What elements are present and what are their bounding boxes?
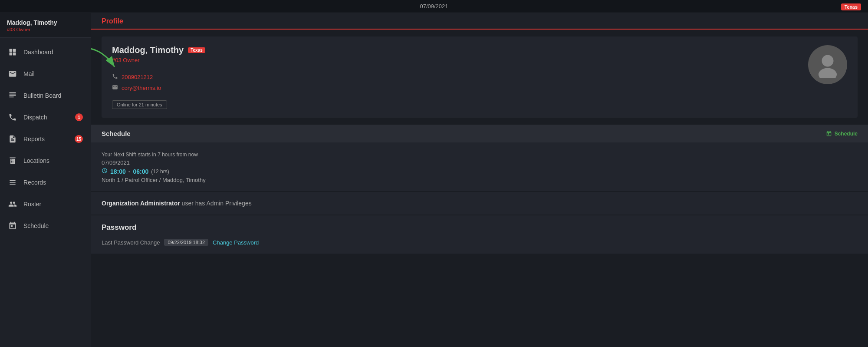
profile-email-link[interactable]: cory@therms.io (122, 85, 161, 91)
top-bar-right: Texas (841, 3, 861, 10)
password-date-badge: 09/22/2019 18:32 (164, 239, 208, 246)
schedule-section: Schedule Schedule Your Next Shift starts… (91, 125, 868, 191)
sidebar: Maddog, Timothy #03 Owner Dashboard Mail (0, 13, 91, 347)
profile-role-num: #03 (112, 57, 122, 63)
shift-time: 18:00 - 06:00 (12 hrs) (102, 168, 858, 175)
admin-bold-text: Organization Administrator (102, 200, 180, 207)
sidebar-item-label-reports: Reports (23, 135, 45, 142)
svg-point-6 (819, 68, 837, 78)
password-row: Last Password Change 09/22/2019 18:32 Ch… (102, 239, 858, 246)
sidebar-item-label-bulletin-board: Bulletin Board (23, 92, 61, 99)
page-header: Profile (91, 13, 868, 30)
sidebar-item-label-dispatch: Dispatch (23, 114, 47, 121)
password-section: Password Last Password Change 09/22/2019… (91, 215, 868, 254)
sidebar-user-role-num: #03 (7, 27, 15, 32)
admin-rest-text: user has Admin Privileges (182, 200, 252, 207)
sidebar-user-role-label: Owner (16, 27, 30, 32)
profile-role-row: #03 Owner (112, 57, 791, 68)
people-icon (8, 199, 17, 209)
profile-info: Maddog, Timothy Texas #03 Owner 20890212… (112, 45, 791, 109)
password-section-title: Password (102, 223, 858, 232)
shift-location: North 1 / Patrol Officer / Maddog, Timot… (102, 177, 858, 183)
admin-section: Organization Administrator user has Admi… (91, 192, 868, 215)
sidebar-nav: Dashboard Mail Bulletin Board (0, 38, 91, 347)
schedule-link-label: Schedule (835, 131, 858, 137)
sidebar-item-schedule[interactable]: Schedule (0, 215, 91, 237)
building-icon (8, 156, 17, 165)
profile-texas-badge: Texas (188, 47, 205, 53)
reports-badge: 15 (75, 135, 83, 143)
shift-title: Your Next Shift starts in 7 hours from n… (102, 150, 858, 158)
phone-icon (8, 112, 17, 122)
sidebar-item-roster[interactable]: Roster (0, 193, 91, 215)
top-bar: 07/09/2021 Texas (0, 0, 868, 13)
document-icon (8, 134, 17, 144)
sidebar-item-bulletin-board[interactable]: Bulletin Board (0, 85, 91, 106)
admin-text: Organization Administrator user has Admi… (91, 192, 868, 215)
sidebar-item-locations[interactable]: Locations (0, 150, 91, 172)
change-password-link[interactable]: Change Password (213, 239, 259, 246)
svg-rect-3 (13, 53, 16, 56)
shift-date: 07/09/2021 (102, 159, 858, 166)
calendar-icon (8, 221, 17, 231)
calendar-small-icon (826, 131, 832, 137)
shift-time-end: 06:00 (133, 168, 148, 175)
sidebar-user-name: Maddog, Timothy (7, 19, 84, 26)
svg-rect-2 (10, 53, 13, 56)
svg-rect-1 (13, 49, 16, 52)
main-layout: Maddog, Timothy #03 Owner Dashboard Mail (0, 13, 868, 347)
avatar-silhouette (815, 52, 841, 78)
main-content: Profile Maddog, Timothy Texas (91, 13, 868, 347)
schedule-section-header: Schedule Schedule (91, 125, 868, 142)
sidebar-item-label-records: Records (23, 179, 46, 186)
shift-duration: (12 hrs) (151, 169, 169, 175)
profile-name-row: Maddog, Timothy Texas (112, 45, 791, 55)
svg-rect-0 (10, 49, 13, 52)
schedule-section-body: Your Next Shift starts in 7 hours from n… (91, 142, 868, 191)
sidebar-user: Maddog, Timothy #03 Owner (0, 13, 91, 38)
profile-email-row: cory@therms.io (112, 84, 791, 92)
schedule-section-link[interactable]: Schedule (826, 131, 858, 137)
sidebar-item-label-roster: Roster (23, 201, 41, 208)
dispatch-badge: 1 (75, 113, 83, 121)
sidebar-user-role: #03 Owner (7, 27, 84, 32)
svg-point-5 (822, 55, 834, 67)
sidebar-item-records[interactable]: Records (0, 172, 91, 193)
profile-phone-row: 2089021212 (112, 73, 791, 81)
grid-icon (8, 47, 17, 57)
schedule-section-title: Schedule (102, 130, 131, 137)
list-icon (8, 91, 17, 100)
sidebar-item-label-mail: Mail (23, 70, 35, 77)
texas-badge: Texas (841, 3, 861, 10)
phone-icon-inline (112, 73, 118, 81)
shift-subtitle: starts in 7 hours from now (138, 152, 198, 158)
page-title: Profile (102, 17, 123, 25)
clock-icon (102, 168, 108, 175)
sidebar-item-dashboard[interactable]: Dashboard (0, 41, 91, 63)
email-icon-inline (112, 84, 118, 92)
sidebar-item-label-schedule: Schedule (23, 222, 49, 229)
top-bar-date: 07/09/2021 (420, 3, 448, 10)
sidebar-item-reports[interactable]: Reports 15 (0, 128, 91, 150)
shift-time-sep: - (128, 168, 131, 175)
sidebar-item-mail[interactable]: Mail (0, 63, 91, 85)
profile-card: Maddog, Timothy Texas #03 Owner 20890212… (102, 36, 858, 118)
profile-role-label: Owner (123, 57, 139, 63)
sidebar-item-label-locations: Locations (23, 157, 49, 164)
sidebar-item-dispatch[interactable]: Dispatch 1 (0, 106, 91, 128)
profile-name: Maddog, Timothy (112, 45, 184, 55)
shift-time-start: 18:00 (110, 168, 126, 175)
online-status-badge: Online for 21 minutes (112, 100, 167, 109)
profile-phone-link[interactable]: 2089021212 (122, 74, 153, 80)
avatar (808, 45, 847, 84)
records-icon (8, 178, 17, 187)
mail-icon (8, 69, 17, 79)
last-password-change-label: Last Password Change (102, 239, 160, 246)
sidebar-item-label-dashboard: Dashboard (23, 49, 53, 56)
